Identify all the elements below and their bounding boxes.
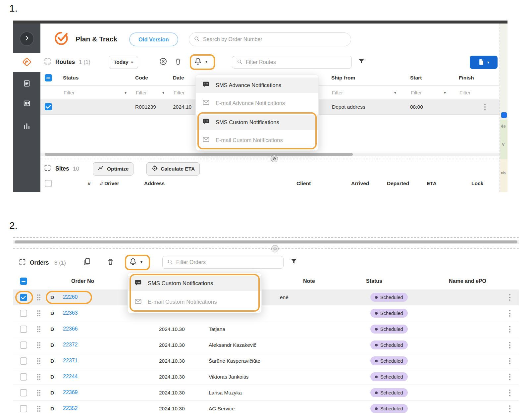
clear-selection-button[interactable] <box>159 57 167 66</box>
column-header-arrived[interactable]: Arrived <box>351 181 369 186</box>
today-filter-button[interactable]: Today ▾ <box>109 56 138 69</box>
drag-handle-icon[interactable] <box>36 373 41 382</box>
column-header-finish[interactable]: Finish <box>459 75 474 81</box>
row-checkbox[interactable] <box>20 357 27 365</box>
orders-select-all-checkbox[interactable] <box>20 278 27 285</box>
order-row[interactable]: D 22244 2024.10.30 Viktoras Jankoitis Sc… <box>13 369 519 385</box>
column-header-note[interactable]: Note <box>303 278 315 284</box>
row-checkbox[interactable] <box>20 310 27 317</box>
delete-route-button[interactable] <box>174 58 182 65</box>
row-checkbox[interactable] <box>20 389 27 396</box>
notifications-caret-icon[interactable]: ▾ <box>205 59 207 64</box>
sidebar-item-routes[interactable] <box>13 53 40 72</box>
menu-item-sms-custom[interactable]: SMS Custom Notifications <box>128 276 261 291</box>
column-header-departed[interactable]: Departed <box>387 181 409 186</box>
column-header-code[interactable]: Code <box>135 75 148 81</box>
kebab-menu-icon[interactable] <box>509 294 511 302</box>
route-row-checkbox[interactable] <box>45 103 52 110</box>
kebab-menu-icon[interactable] <box>509 357 511 366</box>
column-header-status[interactable]: Status <box>63 75 79 81</box>
order-number-link[interactable]: 22366 <box>63 326 78 332</box>
old-version-button[interactable]: Old Version <box>129 32 178 46</box>
order-number-link[interactable]: 22369 <box>63 390 78 395</box>
filter-routes-input[interactable] <box>246 59 347 65</box>
column-header-lock[interactable]: Lock <box>471 181 483 186</box>
filter-cell-code[interactable]: Filter <box>136 90 147 95</box>
order-row[interactable]: D 22371 2024.10.30 Šarūnė Kasperavičiūtė… <box>13 353 519 369</box>
optimize-button[interactable]: Optimize <box>93 162 133 176</box>
sites-select-all-checkbox[interactable] <box>45 180 52 187</box>
global-search-input[interactable] <box>203 36 346 42</box>
filter-cell-start[interactable]: Filter <box>411 90 422 95</box>
drag-handle-icon[interactable] <box>36 310 41 318</box>
row-checkbox[interactable] <box>20 373 27 381</box>
filter-cell-finish[interactable]: Filter <box>459 90 470 95</box>
export-button[interactable]: ▾ <box>470 56 498 69</box>
drag-handle-icon[interactable] <box>36 341 41 350</box>
routes-expand-icon[interactable] <box>44 58 51 65</box>
kebab-menu-icon[interactable] <box>509 389 511 398</box>
order-number-link[interactable]: 22260 <box>63 294 78 300</box>
orders-expand-icon[interactable] <box>19 259 26 266</box>
column-header-order-no[interactable]: Order No <box>71 278 94 284</box>
column-header-eta[interactable]: ETA <box>427 181 437 186</box>
filter-orders-input[interactable] <box>176 259 279 265</box>
menu-item-sms-custom[interactable]: SMS Custom Notifications <box>196 115 318 130</box>
column-header-num[interactable]: # <box>88 181 91 186</box>
drag-handle-icon[interactable] <box>36 294 41 302</box>
column-header-start[interactable]: Start <box>410 75 422 81</box>
kebab-menu-icon[interactable] <box>509 341 511 350</box>
sidebar-item-contacts[interactable] <box>23 100 31 108</box>
delete-order-button[interactable] <box>107 258 114 266</box>
advanced-filter-button[interactable] <box>290 258 297 265</box>
drag-handle-icon[interactable] <box>36 389 41 398</box>
kebab-menu-icon[interactable] <box>509 326 511 334</box>
notifications-bell-button[interactable] <box>194 57 202 65</box>
caret-down-icon[interactable]: ▾ <box>444 91 446 95</box>
drag-handle-icon[interactable] <box>36 357 41 366</box>
sidebar-item-orders[interactable] <box>23 80 31 88</box>
kebab-menu-icon[interactable] <box>509 373 511 382</box>
advanced-filter-button[interactable] <box>358 58 365 65</box>
column-header-date[interactable]: Date <box>173 75 184 81</box>
row-checkbox[interactable] <box>20 326 27 333</box>
filter-cell-ship-from[interactable]: Filter <box>332 90 343 95</box>
routes-select-all-checkbox[interactable] <box>45 74 52 81</box>
column-header-ship-from[interactable]: Ship from <box>331 75 355 81</box>
row-checkbox[interactable] <box>20 341 27 349</box>
order-row[interactable]: D 22369 2024.10.30 Larisa Muzyka Schedul… <box>13 385 519 401</box>
drag-handle-icon[interactable] <box>36 405 41 414</box>
row-checkbox[interactable] <box>20 294 27 301</box>
sidebar-item-reports[interactable] <box>23 123 31 131</box>
caret-down-icon[interactable]: ▾ <box>394 91 396 95</box>
column-header-status[interactable]: Status <box>366 278 382 284</box>
filter-cell-date[interactable]: Filter <box>174 90 185 95</box>
row-checkbox[interactable] <box>20 405 27 412</box>
splitter-handle[interactable]: ⚙ <box>271 155 278 162</box>
h-scrollbar-thumb[interactable] <box>15 240 517 243</box>
order-row[interactable]: D 22260 enė Scheduled <box>13 289 519 305</box>
order-row[interactable]: D 22372 2024.10.30 Aleksandr Kazakevič S… <box>13 337 519 353</box>
order-number-link[interactable]: 22371 <box>63 358 78 364</box>
order-row[interactable]: D 22352 2024.10.30 AG Service Scheduled <box>13 401 519 416</box>
order-number-link[interactable]: 22244 <box>63 374 78 380</box>
caret-down-icon[interactable]: ▾ <box>125 91 127 95</box>
order-row[interactable]: D 22363 Scheduled <box>13 305 519 321</box>
panel-splitter[interactable] <box>13 248 519 249</box>
sidebar-expand-button[interactable] <box>20 31 34 46</box>
order-number-link[interactable]: 22352 <box>63 405 78 411</box>
copy-orders-button[interactable] <box>83 258 91 266</box>
drag-handle-icon[interactable] <box>36 326 41 334</box>
map-layers-button[interactable] <box>501 112 507 118</box>
sites-expand-icon[interactable] <box>44 164 51 171</box>
notifications-bell-button[interactable] <box>129 258 137 265</box>
order-number-link[interactable]: 22372 <box>63 342 78 348</box>
column-header-driver[interactable]: # Driver <box>100 181 119 186</box>
splitter-handle[interactable]: ⚙ <box>271 245 279 252</box>
calculate-eta-button[interactable]: Calculate ETA <box>146 162 200 176</box>
filter-cell-status[interactable]: Filter <box>64 90 75 95</box>
column-header-name-epod[interactable]: Name and ePO <box>449 278 486 284</box>
column-header-address[interactable]: Address <box>144 181 165 186</box>
menu-item-sms-advance[interactable]: SMS Advance Notifications <box>196 78 318 93</box>
h-scrollbar-thumb[interactable] <box>45 153 353 156</box>
